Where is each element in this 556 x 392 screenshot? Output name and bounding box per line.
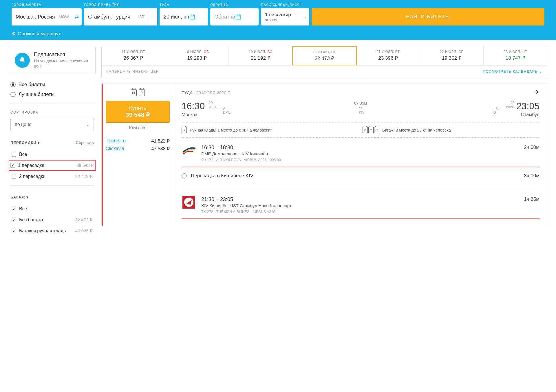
segment-times: 16:30 – 18:30 — [201, 145, 519, 151]
baggage-option[interactable]: Без багажа22 473 ₽ — [10, 214, 94, 225]
swap-icon[interactable]: ⇄ — [74, 14, 79, 20]
alt-provider: Tickets.ru — [106, 138, 126, 144]
checkbox-icon — [12, 174, 16, 179]
tab-price: 18 747 ₽ — [485, 55, 546, 61]
buy-provider: Kiwi.com — [106, 125, 170, 130]
option-label: 1 пересадка — [18, 163, 44, 168]
bag-icon: 23 — [363, 127, 368, 133]
date-tab[interactable]: 21 ИЮЛЯ, ВТ23 396 ₽ — [356, 46, 420, 65]
multi-route-link[interactable]: ⚙ Сложный маршрут — [12, 31, 61, 37]
radio-icon — [10, 92, 16, 97]
date-tab[interactable]: 20 ИЮЛЯ, ПН22 473 ₽ — [292, 46, 357, 65]
transfer-option[interactable]: 1 пересадка39 548 ₽ — [9, 160, 96, 171]
transfer-option[interactable]: 2 пересадки22 473 ₽ — [10, 171, 94, 182]
depart-date-input[interactable]: 20 июл, пн — [160, 8, 208, 25]
transfer-text: Пересадка в Кишинёве KIV — [191, 173, 253, 179]
transfers-title[interactable]: ПЕРЕСАДКИ ▾ — [10, 141, 40, 145]
segment-meta: TK-272 · TURKISH AIRLINES · AIRBUS A319 — [201, 210, 519, 214]
option-label: Все — [19, 152, 27, 157]
subscribe-card[interactable]: Подписаться На уведомления о снижении це… — [9, 46, 96, 74]
airport-code: IST — [493, 110, 498, 114]
checkbox-icon — [12, 218, 16, 222]
alt-provider: Clickavia — [106, 146, 124, 152]
carry-on-text: Ручная кладь: 1 место до 8 кг. на челове… — [190, 128, 272, 132]
date-tab[interactable]: 23 ИЮЛЯ, ЧТ18 747 ₽ — [484, 46, 547, 65]
chevron-down-icon: ⌄ — [539, 70, 543, 74]
baggage-option[interactable]: Багаж и ручная кладь40 065 ₽ — [10, 225, 94, 236]
bell-icon — [15, 53, 30, 68]
arr-city: Стамбул — [516, 112, 539, 117]
date-tab[interactable]: 19 ИЮЛЯ, ВС21 192 ₽ — [229, 46, 292, 65]
label-depart: ТУДА — [160, 3, 208, 6]
route-icon: ⚙ — [12, 31, 16, 37]
transfers-reset[interactable]: Сбросить — [76, 140, 94, 145]
alt-price: 41 822 ₽ — [151, 138, 170, 144]
segment-duration: 1ч 35м — [524, 196, 539, 214]
transfer-duration: 3ч 00м — [524, 173, 539, 179]
dep-date-badge: 20июль — [209, 101, 217, 109]
arr-date-badge: 20июль — [506, 101, 515, 109]
checked-text: Багаж: 3 места до 23 кг. на человека — [382, 128, 451, 132]
calendar-icon — [235, 14, 242, 20]
airline-logo — [182, 145, 196, 156]
tab-price: 19 352 ₽ — [421, 55, 482, 61]
subscribe-subtitle: На уведомления о снижении цен — [34, 58, 89, 69]
airport-code: DME — [223, 110, 231, 114]
radio-best-tickets[interactable]: Лучшие билеты — [10, 92, 94, 97]
to-code: IST — [138, 14, 145, 19]
date-tab[interactable]: 17 ИЮЛЯ, ПТ26 367 ₽ — [102, 46, 165, 65]
search-button[interactable]: НАЙТИ БИЛЕТЫ — [312, 8, 544, 25]
dep-time: 16:30 — [182, 101, 205, 112]
tab-price: 21 192 ₽ — [230, 55, 291, 61]
option-price: 40 065 ₽ — [75, 228, 93, 234]
bag-icon: 23 — [374, 127, 379, 133]
to-input[interactable]: Стамбул , Турция IST — [84, 8, 157, 25]
radio-all-tickets[interactable]: Все билеты — [10, 82, 94, 87]
low-price-calendar-title: КАЛЕНДАРЬ НИЗКИХ ЦЕН — [106, 70, 159, 74]
tab-price: 23 396 ₽ — [358, 55, 419, 61]
transfer-option[interactable]: Все — [10, 149, 94, 160]
return-date-input[interactable]: Обратно — [210, 8, 259, 25]
result-card: x1 ? Купить 39 548 ₽ Kiwi.com Tickets.ru… — [101, 83, 547, 226]
baggage-title[interactable]: БАГАЖ ▾ — [10, 195, 29, 199]
option-label: Все — [19, 206, 27, 212]
alt-price-row[interactable]: Clickavia47 588 ₽ — [106, 145, 170, 153]
option-price: 22 473 ₽ — [75, 174, 93, 179]
checkbox-icon — [12, 207, 16, 211]
segment-route: DME Домодедово→KIV Кишинёв — [201, 151, 519, 156]
baggage-icon: ? — [139, 89, 145, 96]
option-label: Без багажа — [19, 217, 43, 223]
date-tab[interactable]: 22 ИЮЛЯ, СР19 352 ₽ — [420, 46, 484, 65]
checkbox-icon — [12, 229, 16, 233]
baggage-option[interactable]: Все — [10, 203, 94, 214]
chevron-down-icon: ⌄ — [86, 122, 89, 127]
segment-times: 21:30 – 23:05 — [201, 196, 519, 203]
tab-price: 26 367 ₽ — [103, 55, 164, 61]
label-return: ОБРАТНО — [210, 3, 259, 6]
caret-down-icon: ▾ — [26, 195, 29, 199]
chevron-down-icon: ⌄ — [303, 14, 306, 19]
segment-meta: 9U-172 · AIR MOLDOVA · AIRBUS A321-100/2… — [201, 158, 519, 162]
dep-city: Москва — [182, 112, 205, 117]
option-price: 22 473 ₽ — [75, 217, 93, 223]
radio-icon — [10, 82, 16, 87]
view-calendar-link[interactable]: ПОСМОТРЕТЬ КАЛЕНДАРЬ ⌄ — [483, 70, 542, 74]
carry-on-icon: x1 — [131, 89, 137, 96]
calendar-icon — [189, 14, 195, 20]
sort-title: СОРТИРОВКА — [10, 110, 94, 114]
clock-icon — [182, 173, 187, 178]
date-tab[interactable]: 18 ИЮЛЯ, СБ19 293 ₽ — [165, 46, 229, 65]
tab-price: 19 293 ₽ — [167, 55, 228, 61]
subscribe-title: Подписаться — [34, 52, 89, 58]
airport-code: KIV — [359, 110, 364, 114]
alt-price-row[interactable]: Tickets.ru41 822 ₽ — [106, 137, 170, 145]
from-code: MOW — [58, 14, 69, 19]
sort-select[interactable]: по цене ⌄ — [10, 118, 94, 131]
alt-price: 47 588 ₽ — [151, 146, 170, 152]
option-label: 2 пересадки — [19, 174, 45, 179]
plane-icon: ✈ — [534, 89, 539, 96]
buy-button[interactable]: Купить 39 548 ₽ — [106, 101, 170, 122]
from-input[interactable]: Москва , Россия MOW ⇄ — [12, 8, 82, 25]
pax-selector[interactable]: 1 пассажир эконом ⌄ — [261, 8, 309, 25]
flight-segment: 21:30 – 23:05KIV Кишинёв→IST Стамбул Нов… — [182, 194, 539, 217]
